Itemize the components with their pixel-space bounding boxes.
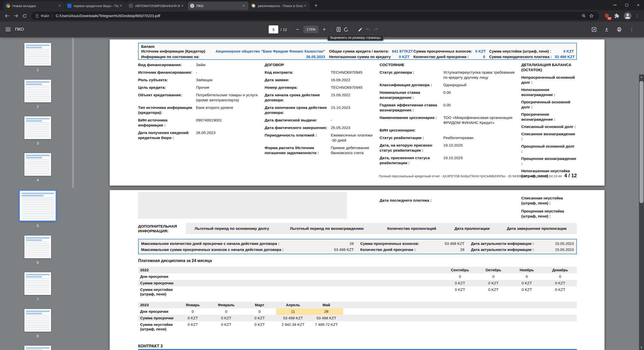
field-value: 0.00 bbox=[443, 103, 519, 113]
field-row: БИН источника информации :090740019001 bbox=[138, 118, 263, 128]
field-row: Тип источника информации (кредитора):Бан… bbox=[138, 105, 263, 115]
thumbnail-page-6[interactable] bbox=[24, 236, 51, 258]
address-bar[interactable]: Файл C:/Users/Asus/Downloads/Telegram%20… bbox=[31, 12, 599, 20]
month-value-cell: 0 KZT bbox=[543, 286, 577, 297]
new-tab-button[interactable]: + bbox=[312, 2, 319, 9]
month-header-cell bbox=[310, 267, 343, 273]
zoom-level-field[interactable]: 175% bbox=[303, 26, 318, 33]
thumbnail-page-7[interactable] bbox=[24, 272, 51, 295]
reload-button[interactable] bbox=[20, 12, 29, 20]
rotate-button[interactable] bbox=[342, 26, 350, 33]
tab-3[interactable]: АВТОМАТИЗИРОВАННАЯ ИН...✕ bbox=[126, 2, 187, 10]
field-label: Дата окончания срока действия договора: bbox=[265, 105, 331, 115]
bookmark-button[interactable] bbox=[588, 12, 595, 20]
field-value: 0 KZT bbox=[475, 49, 486, 54]
zoom-in-button[interactable]: + bbox=[320, 26, 328, 33]
annotate-pen-button[interactable] bbox=[357, 26, 364, 33]
field-label: Максимальное количество дней просрочки с… bbox=[141, 241, 279, 246]
thumbnail-page-3[interactable] bbox=[24, 116, 51, 139]
field-label: Дата актуальности информации : bbox=[471, 241, 534, 246]
fit-to-page-tooltip: Выровнять по размеру страницы bbox=[328, 34, 383, 41]
field-label: Прощенное вознаграждение : bbox=[521, 156, 577, 166]
month-header-cell bbox=[543, 302, 577, 308]
file-icon bbox=[35, 14, 39, 18]
extensions-button[interactable] bbox=[613, 12, 621, 20]
balance-col-4: Сумма неустойки (штраф, пеня) :0 KZT Сум… bbox=[485, 49, 574, 59]
tab-close-icon[interactable]: ✕ bbox=[57, 4, 62, 8]
thumbnail-page-4[interactable] bbox=[24, 153, 51, 176]
month-value-cell: 0 KZT bbox=[210, 321, 243, 332]
menu-icon[interactable] bbox=[6, 28, 11, 31]
puzzle-icon bbox=[614, 13, 619, 18]
month-value-cell bbox=[543, 308, 577, 315]
thumbnail-preview-lines bbox=[22, 197, 54, 219]
field-row: Дата окончания срока действия договора:1… bbox=[265, 105, 378, 115]
edit-annotation-button[interactable] bbox=[590, 26, 598, 33]
pdf-page-5: Дата последнего платежа : Списанная неус… bbox=[110, 190, 605, 350]
field-label: Прощенная неустойка (штраф, пеня) : bbox=[521, 209, 577, 219]
tab-1[interactable]: Новая вкладка✕ bbox=[4, 2, 64, 10]
tab-close-icon[interactable]: ✕ bbox=[180, 4, 185, 8]
tab-5[interactable]: увеличивался - Поиск в Goog...✕ bbox=[249, 2, 310, 10]
thumbnail-page-2[interactable] bbox=[24, 80, 51, 102]
month-value-cell bbox=[410, 273, 443, 280]
scroll-down-arrow[interactable]: ▼ bbox=[639, 345, 644, 350]
thumbnail-page-5[interactable] bbox=[19, 190, 57, 222]
thumbnail-preview-band bbox=[26, 276, 42, 278]
tab-4[interactable]: ПКО✕ bbox=[188, 2, 249, 10]
month-value-cell: 0 KZT bbox=[477, 286, 510, 297]
tab-close-icon[interactable]: ✕ bbox=[303, 4, 307, 8]
main-scrollbar[interactable]: ▲ ▼ bbox=[639, 74, 644, 350]
month-value-cell: 7 489.72 KZT bbox=[310, 321, 343, 332]
field-row: Цель кредита:Прочие bbox=[138, 85, 263, 90]
field-label: Вид финансирования: bbox=[138, 62, 196, 67]
discipline-row: Сумма просрочки0 KZT0 KZT0 KZT53 498 KZT… bbox=[138, 315, 577, 321]
maximize-button[interactable] bbox=[621, 0, 632, 10]
field-value: 15.05.2023 bbox=[555, 247, 574, 252]
additional-info-headers: Льготный период по основному долгу Льгот… bbox=[186, 223, 577, 234]
field-label: Код контракта: bbox=[265, 70, 331, 75]
thumbnail-page-1[interactable] bbox=[24, 43, 51, 66]
close-window-button[interactable]: ✕ bbox=[632, 0, 644, 10]
tab-close-icon[interactable]: ✕ bbox=[242, 4, 246, 8]
thumbnail-preview-lines bbox=[26, 278, 50, 293]
blue-favicon bbox=[67, 4, 71, 8]
month-value-cell: 0 bbox=[477, 273, 510, 280]
tab-2[interactable]: первое кредитное бюро - По...✕ bbox=[65, 2, 126, 10]
fit-to-page-button[interactable] bbox=[335, 26, 342, 33]
tab-close-icon[interactable]: ✕ bbox=[119, 4, 123, 8]
thumbnail-page-number: 5 bbox=[37, 224, 39, 228]
forward-button[interactable] bbox=[12, 12, 20, 20]
thumbnail-scrollbar-thumb[interactable] bbox=[72, 38, 74, 188]
thumbnail-page-9[interactable] bbox=[24, 346, 51, 350]
redo-button[interactable] bbox=[372, 26, 379, 33]
discipline-header-row: 2023ЯнварьФевральМартАпрельМай bbox=[138, 302, 577, 308]
main-scrollbar-thumb[interactable] bbox=[639, 81, 643, 203]
month-value-cell: 0 KZT bbox=[176, 315, 210, 321]
back-button[interactable] bbox=[3, 12, 12, 20]
omnibox-divider bbox=[52, 14, 53, 18]
month-value-cell bbox=[243, 286, 276, 297]
print-button[interactable] bbox=[615, 26, 623, 33]
zoom-out-button[interactable]: − bbox=[294, 26, 301, 33]
carryover-shaded-block bbox=[138, 192, 347, 219]
file-scheme-chip[interactable]: Файл bbox=[35, 14, 49, 18]
field-value: 0 KZT bbox=[563, 49, 574, 54]
thumbnail-preview-band bbox=[26, 118, 50, 119]
month-value-cell bbox=[443, 308, 477, 315]
pdf-more-button[interactable]: ⋮ bbox=[628, 26, 635, 33]
download-button[interactable] bbox=[603, 26, 610, 33]
row-label: Сумма просрочки bbox=[138, 280, 176, 286]
column-header: Дата завершения пролонгации bbox=[497, 226, 577, 231]
zoom-indicator-button[interactable] bbox=[580, 12, 588, 20]
adblock-extension-button[interactable]: 53 bbox=[603, 12, 611, 20]
scroll-up-arrow[interactable]: ▲ bbox=[639, 74, 644, 79]
thumbnail-preview-band bbox=[22, 195, 44, 196]
undo-button[interactable] bbox=[364, 26, 372, 33]
thumbnail-page-8[interactable] bbox=[24, 309, 51, 332]
page-number-input[interactable]: 5 bbox=[269, 25, 278, 33]
tab-title: Новая вкладка bbox=[12, 4, 57, 8]
minimize-button[interactable] bbox=[609, 0, 621, 10]
profile-avatar[interactable] bbox=[624, 12, 631, 20]
browser-menu-button[interactable]: ⋮ bbox=[633, 12, 641, 20]
